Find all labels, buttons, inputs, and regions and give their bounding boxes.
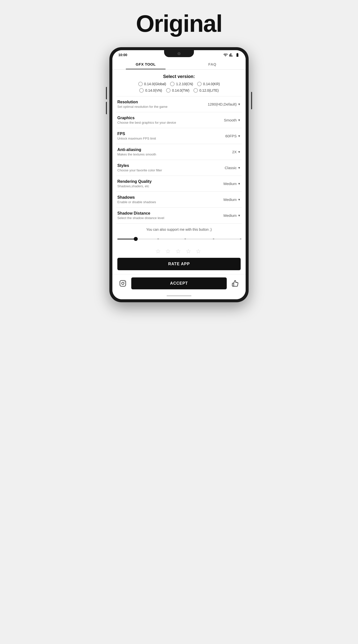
tab-gfx-tool[interactable]: GFX TOOL — [112, 58, 179, 69]
thumbsup-button[interactable] — [231, 279, 240, 288]
setting-styles-label: Styles — [117, 164, 225, 168]
fps-chevron-down-icon: ▼ — [238, 134, 241, 138]
phone-mockup: 10:00 GFX TOOL FAQ — [109, 47, 249, 302]
setting-rendering-quality-value: Medium — [223, 182, 237, 186]
radio-vn[interactable] — [139, 88, 144, 93]
slider-tick-1 — [157, 238, 159, 240]
star-3[interactable]: ☆ — [176, 248, 182, 254]
radio-lite[interactable] — [193, 88, 198, 93]
setting-fps: FPS Unlock maximum FPS limit 60FPS ▼ — [112, 128, 246, 144]
volume-up-button — [106, 87, 107, 99]
slider-tick-3 — [213, 238, 214, 240]
main-content: Select version: 0.14.0(Global) 1.2.10(CN… — [112, 70, 246, 299]
radio-cn[interactable] — [170, 82, 175, 86]
setting-shadows-value: Medium — [223, 198, 237, 202]
signal-icon — [229, 53, 234, 57]
star-2[interactable]: ☆ — [165, 248, 172, 254]
version-row-1: 0.14.0(Global) 1.2.10(CN) 0.14.0(KR) — [138, 82, 220, 86]
rate-app-button[interactable]: RATE APP — [117, 258, 241, 270]
home-bar — [167, 295, 191, 296]
setting-fps-label: FPS — [117, 132, 225, 136]
setting-shadow-distance-left: Shadow Distance Select the shadow distan… — [117, 211, 223, 220]
setting-antialiasing-left: Anti-aliasing Makes the textures smooth — [117, 148, 232, 156]
setting-shadows-desc: Enable or disable shadows — [117, 200, 223, 204]
setting-rendering-quality-dropdown[interactable]: Medium ▼ — [223, 182, 241, 186]
version-options: 0.14.0(Global) 1.2.10(CN) 0.14.0(KR) 0.1… — [112, 82, 246, 96]
setting-shadow-distance-label: Shadow Distance — [117, 211, 223, 216]
tab-faq[interactable]: FAQ — [179, 58, 246, 69]
setting-shadows: Shadows Enable or disable shadows Medium… — [112, 192, 246, 208]
version-tw[interactable]: 0.14.0(TW) — [166, 88, 189, 93]
setting-styles-left: Styles Choose your favorite color filter — [117, 164, 225, 172]
setting-antialiasing-desc: Makes the textures smooth — [117, 152, 232, 156]
page-title: Original — [136, 10, 222, 37]
status-bar: 10:00 — [112, 50, 246, 58]
star-rating[interactable]: ☆ ☆ ☆ ☆ ☆ — [112, 246, 246, 258]
setting-antialiasing: Anti-aliasing Makes the textures smooth … — [112, 144, 246, 160]
setting-shadow-distance-desc: Select the shadow distance level — [117, 216, 223, 220]
setting-rendering-quality-label: Rendering Quality — [117, 179, 223, 184]
support-slider[interactable] — [117, 236, 241, 242]
setting-fps-left: FPS Unlock maximum FPS limit — [117, 132, 225, 140]
setting-graphics: Graphics Choose the best graphics for yo… — [112, 112, 246, 128]
setting-antialiasing-dropdown[interactable]: 2X ▼ — [232, 150, 241, 154]
tab-bar: GFX TOOL FAQ — [112, 58, 246, 70]
version-cn[interactable]: 1.2.10(CN) — [170, 82, 193, 86]
resolution-chevron-down-icon: ▼ — [238, 102, 241, 106]
accept-button[interactable]: ACCEPT — [131, 278, 227, 289]
setting-shadow-distance-value: Medium — [223, 213, 237, 218]
setting-rendering-quality-left: Rendering Quality Shadows,shaders, etc — [117, 179, 223, 188]
setting-rendering-quality: Rendering Quality Shadows,shaders, etc M… — [112, 176, 246, 192]
setting-shadows-dropdown[interactable]: Medium ▼ — [223, 198, 241, 202]
setting-graphics-label: Graphics — [117, 116, 224, 120]
setting-shadows-label: Shadows — [117, 195, 223, 200]
notch — [164, 50, 194, 57]
select-version-title: Select version: — [112, 70, 246, 82]
star-5[interactable]: ☆ — [196, 248, 203, 254]
slider-tick-2 — [184, 238, 186, 240]
setting-graphics-dropdown[interactable]: Smooth ▼ — [224, 118, 241, 122]
setting-shadow-distance: Shadow Distance Select the shadow distan… — [112, 208, 246, 223]
status-icons — [223, 53, 240, 57]
phone-screen: 10:00 GFX TOOL FAQ — [112, 50, 246, 299]
setting-styles-value: Classic — [225, 166, 237, 170]
setting-shadows-left: Shadows Enable or disable shadows — [117, 195, 223, 204]
instagram-icon — [119, 280, 126, 287]
setting-fps-dropdown[interactable]: 60FPS ▼ — [225, 134, 241, 138]
star-1[interactable]: ☆ — [155, 248, 162, 254]
power-button — [251, 92, 252, 109]
setting-antialiasing-value: 2X — [232, 150, 237, 154]
shadows-chevron-down-icon: ▼ — [238, 198, 241, 202]
thumbsup-icon — [232, 280, 239, 287]
bottom-bar: ACCEPT — [112, 274, 246, 293]
instagram-button[interactable] — [118, 279, 127, 288]
version-row-2: 0.14.0(VN) 0.14.0(TW) 0.12.0(LITE) — [139, 88, 219, 93]
graphics-chevron-down-icon: ▼ — [238, 118, 241, 122]
volume-down-button — [106, 102, 107, 114]
radio-global[interactable] — [138, 82, 143, 86]
slider-thumb[interactable] — [134, 237, 138, 241]
front-camera — [178, 52, 180, 55]
home-indicator — [112, 293, 246, 299]
svg-point-2 — [124, 282, 125, 282]
version-kr[interactable]: 0.14.0(KR) — [197, 82, 220, 86]
setting-fps-desc: Unlock maximum FPS limit — [117, 136, 225, 140]
setting-resolution-dropdown[interactable]: 1280(HD,Default) ▼ — [208, 102, 241, 106]
version-global[interactable]: 0.14.0(Global) — [138, 82, 166, 86]
styles-chevron-down-icon: ▼ — [238, 166, 241, 170]
setting-graphics-left: Graphics Choose the best graphics for yo… — [117, 116, 224, 124]
version-lite[interactable]: 0.12.0(LITE) — [193, 88, 219, 93]
setting-resolution-left: Resolution Set optimal resolution for th… — [117, 100, 208, 108]
star-4[interactable]: ☆ — [186, 248, 193, 254]
slider-track — [117, 239, 241, 240]
svg-rect-0 — [120, 280, 126, 286]
radio-tw[interactable] — [166, 88, 171, 93]
setting-styles: Styles Choose your favorite color filter… — [112, 160, 246, 176]
setting-styles-dropdown[interactable]: Classic ▼ — [225, 166, 241, 170]
version-vn[interactable]: 0.14.0(VN) — [139, 88, 162, 93]
support-section: You can also support me with this button… — [112, 224, 246, 236]
setting-styles-desc: Choose your favorite color filter — [117, 168, 225, 172]
setting-shadow-distance-dropdown[interactable]: Medium ▼ — [223, 213, 241, 218]
radio-kr[interactable] — [197, 82, 202, 86]
setting-fps-value: 60FPS — [225, 134, 237, 138]
